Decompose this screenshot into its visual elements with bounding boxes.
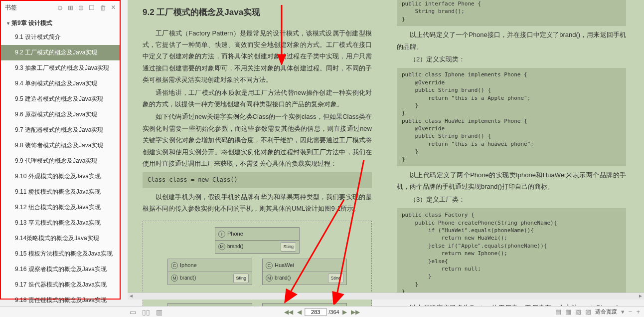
- tree-item[interactable]: 9.4 单例模式的概念及Java实现: [1, 76, 120, 91]
- next-page-button[interactable]: ▶: [341, 309, 348, 316]
- horizontal-scrollbar[interactable]: [128, 293, 644, 300]
- status-bar: ▭ ▯▯ ▥ ◀◀ ◀ /364 ▶ ▶▶ ▤ ▦ ▧ ▨ 适合宽度 ▾ − +: [0, 306, 644, 317]
- tree-item[interactable]: 9.13 享元模式的概念及Java实现: [1, 215, 120, 231]
- uml-class-huawei: CHuaWei Mbrand()Sting: [262, 259, 347, 285]
- paragraph: 以创建手机为例，假设手机的品牌有华为和苹果两种类型，我们要实现的是根据不同的传入…: [143, 191, 372, 215]
- zoom-level-label[interactable]: 适合宽度: [595, 308, 617, 316]
- tree-item[interactable]: 9.10 外观模式的概念及Java实现: [1, 169, 120, 184]
- prev-page-button[interactable]: ◀: [296, 309, 303, 316]
- tree-item[interactable]: 9.9 代理模式的概念及Java实现: [1, 153, 120, 169]
- tree-item[interactable]: 9.11 桥接模式的概念及Java实现: [1, 184, 120, 200]
- zoom-in-button[interactable]: +: [636, 308, 640, 316]
- sidebar-title: 书签: [5, 3, 17, 12]
- target-icon[interactable]: ⊙: [57, 4, 63, 11]
- page-navigator: ◀◀ ◀ /364 ▶ ▶▶: [283, 308, 360, 316]
- tree-item[interactable]: 9.16 观察者模式的概念及Java实现: [1, 262, 120, 277]
- code-block: public class Factory { public Phone crea…: [397, 208, 626, 299]
- page-number-input[interactable]: [305, 308, 326, 316]
- layout-icon-2[interactable]: ▦: [565, 308, 571, 316]
- section-heading: 9.2 工厂模式的概念及Java实现: [143, 5, 372, 20]
- label-step3: （3）定义工厂类：: [397, 194, 626, 205]
- page-right: public interface Phone { String brand();…: [387, 0, 636, 300]
- tree-item[interactable]: 9.8 装饰者模式的概念及Java实现: [1, 138, 120, 153]
- bookmarks-sidebar: 书签 ⊙ ⊞ ⊟ ☐ 🗑 × 第9章 设计模式 9.1 设计模式简介9.2 工厂…: [0, 0, 121, 300]
- layout-icon-3[interactable]: ▧: [575, 308, 581, 316]
- page-total: /364: [328, 309, 339, 315]
- layout-icon-1[interactable]: ▤: [555, 308, 561, 316]
- tree-item[interactable]: 9.14策略模式的概念及Java实现: [1, 231, 120, 246]
- layout-icon-4[interactable]: ▨: [585, 308, 591, 316]
- page-left: 9.2 工厂模式的概念及Java实现 工厂模式（Factory Pattern）…: [128, 0, 387, 300]
- paragraph: 工厂模式（Factory Pattern）是最常见的设计模式，该模式设属于创建型…: [143, 27, 372, 86]
- code-block: public interface Phone { String brand();…: [397, 0, 626, 26]
- view-mode-icon-1[interactable]: ▭: [130, 308, 136, 316]
- label-step2: （2）定义实现类：: [397, 53, 626, 65]
- view-mode-icon-2[interactable]: ▯▯: [142, 308, 150, 316]
- view-mode-icon-3[interactable]: ▥: [156, 308, 162, 316]
- close-icon[interactable]: ×: [111, 3, 116, 12]
- tree-item[interactable]: 9.17 迭代器模式的概念及Java实现: [1, 277, 120, 293]
- tree-item[interactable]: 9.15 模板方法模式的概念及Java实现: [1, 246, 120, 262]
- code-inline: Class class = new Class(): [143, 172, 372, 188]
- tree-item[interactable]: 9.6 原型模式的概念及Java实现: [1, 107, 120, 122]
- tree-root[interactable]: 第9章 设计模式: [1, 17, 120, 29]
- tree-item[interactable]: 9.3 抽象工厂模式的概念及Java实现: [1, 60, 120, 76]
- paragraph: 以上代码定义了两个Phone的实现类Iphone和HuaWei来表示两个品牌的手…: [397, 169, 626, 193]
- paragraph: 以上代码定义了一个Phone接口，并在接口中定义了brand()，用来返回手机的…: [397, 29, 626, 52]
- bookmark-tree: 第9章 设计模式 9.1 设计模式简介9.2 工厂模式的概念及Java实现9.3…: [1, 14, 120, 311]
- code-block: public class Iphone implements Phone { @…: [397, 68, 626, 166]
- paragraph: 如下代码通过new关键字实例化类Class的一个实例class，但如果Class…: [143, 111, 372, 169]
- delete-icon[interactable]: 🗑: [100, 4, 106, 11]
- tree-item[interactable]: 9.1 设计模式简介: [1, 29, 120, 45]
- first-page-button[interactable]: ◀◀: [283, 309, 294, 316]
- chevron-down-icon[interactable]: ▾: [621, 308, 625, 316]
- bookmark-icon[interactable]: ☐: [89, 4, 95, 11]
- document-viewport: 9.2 工厂模式的概念及Java实现 工厂模式（Factory Pattern）…: [128, 0, 644, 300]
- tree-item[interactable]: 9.2 工厂模式的概念及Java实现: [1, 45, 120, 60]
- zoom-out-button[interactable]: −: [629, 308, 633, 316]
- tree-item[interactable]: 9.7 适配器模式的概念及Java实现: [1, 122, 120, 138]
- uml-class-iphone: CIphone Mbrand()Sting: [167, 259, 252, 285]
- sidebar-header: 书签 ⊙ ⊞ ⊟ ☐ 🗑 ×: [1, 1, 120, 14]
- tree-item[interactable]: 9.12 组合模式的概念及Java实现: [1, 200, 120, 215]
- uml-class-phone: IPhone Mbrand()Sting: [215, 227, 300, 254]
- last-page-button[interactable]: ▶▶: [350, 309, 361, 316]
- tree-item[interactable]: 9.5 建造者模式的概念及Java实现: [1, 91, 120, 107]
- paragraph: 通俗地讲，工厂模式的本质就是用工厂方法代替new操作创建一种实例化对象的方式，以…: [143, 87, 372, 110]
- expand-icon[interactable]: ⊞: [68, 4, 73, 11]
- uml-diagram: IPhone Mbrand()Sting CIphone Mbrand()Sti…: [143, 221, 372, 317]
- collapse-icon[interactable]: ⊟: [78, 4, 84, 11]
